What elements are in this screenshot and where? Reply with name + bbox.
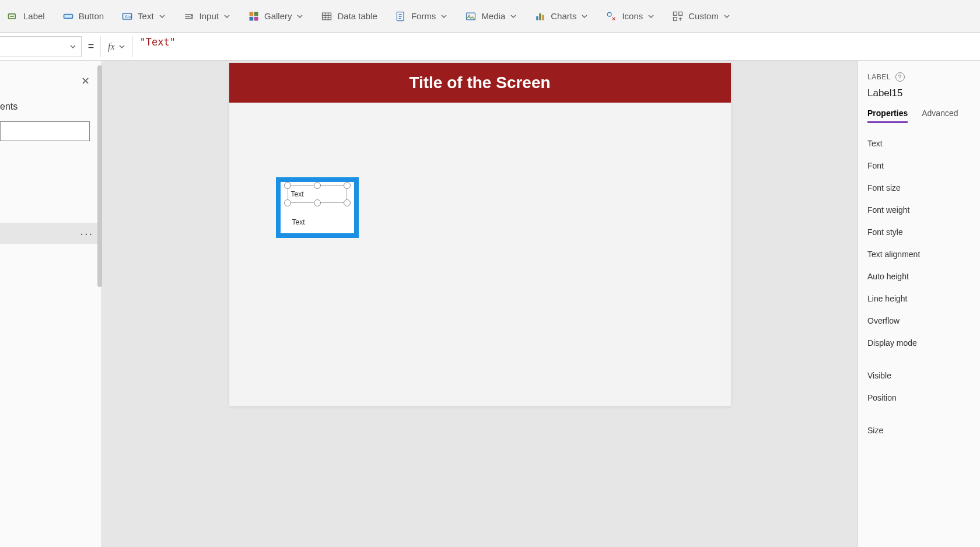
fx-button[interactable]: fx	[100, 36, 133, 57]
media-icon	[465, 10, 477, 22]
chevron-down-icon	[440, 13, 447, 20]
prop-overflow[interactable]: Overflow	[867, 310, 971, 332]
svg-rect-14	[540, 13, 541, 20]
help-icon[interactable]: ?	[895, 72, 905, 82]
prop-text[interactable]: Text	[867, 132, 971, 155]
ribbon-button[interactable]: Button	[60, 7, 106, 26]
ribbon-input[interactable]: Input	[181, 7, 233, 26]
ribbon-text-label: Text	[138, 11, 154, 21]
selected-label-text: Text	[291, 190, 304, 198]
svg-rect-5	[249, 12, 253, 16]
screen-title-text: Title of the Screen	[409, 73, 550, 92]
prop-font-weight[interactable]: Font weight	[867, 199, 971, 221]
prop-size[interactable]: Size	[867, 419, 971, 441]
tree-selected-row[interactable]: ···	[0, 223, 102, 244]
second-label-text: Text	[292, 218, 305, 226]
tab-properties[interactable]: Properties	[867, 108, 908, 123]
properties-tabs: Properties Advanced	[867, 108, 971, 123]
svg-rect-13	[537, 16, 538, 20]
ribbon-media[interactable]: Media	[463, 7, 519, 26]
ribbon-label[interactable]: Label	[5, 7, 47, 26]
chevron-down-icon	[159, 13, 166, 20]
prop-position[interactable]: Position	[867, 387, 971, 409]
prop-display-mode[interactable]: Display mode	[867, 332, 971, 354]
component-container[interactable]: Text Text	[276, 177, 359, 238]
ribbon-datatable[interactable]: Data table	[318, 7, 379, 26]
svg-point-4	[191, 15, 192, 17]
prop-font[interactable]: Font	[867, 155, 971, 177]
svg-rect-9	[323, 13, 331, 20]
chevron-down-icon	[118, 43, 125, 50]
insert-ribbon: Label Button Abc Text Input Gallery Data…	[0, 0, 980, 33]
tab-advanced[interactable]: Advanced	[922, 108, 958, 123]
search-input[interactable]	[0, 121, 90, 141]
prop-text-alignment[interactable]: Text alignment	[867, 243, 971, 265]
custom-icon	[672, 10, 684, 22]
input-icon	[183, 10, 195, 22]
control-name[interactable]: Label15	[867, 87, 971, 99]
svg-rect-7	[249, 16, 253, 20]
prop-line-height[interactable]: Line height	[867, 287, 971, 310]
formula-value: "Text"	[140, 36, 176, 48]
left-panel-heading: ents	[0, 101, 18, 112]
fx-label: fx	[108, 41, 115, 52]
prop-font-size[interactable]: Font size	[867, 177, 971, 199]
ribbon-forms[interactable]: Forms	[393, 7, 450, 26]
datatable-icon	[321, 10, 332, 22]
svg-rect-8	[254, 16, 258, 20]
selected-label-control[interactable]: Text	[289, 185, 346, 203]
ribbon-custom[interactable]: Custom	[670, 7, 733, 26]
ribbon-button-text: Button	[79, 11, 104, 21]
forms-icon	[395, 10, 407, 22]
ribbon-label-text: Label	[23, 11, 45, 21]
svg-rect-18	[679, 12, 682, 15]
chevron-down-icon	[648, 13, 654, 20]
prop-font-style[interactable]: Font style	[867, 221, 971, 243]
ribbon-forms-label: Forms	[411, 11, 436, 21]
svg-point-16	[608, 12, 612, 16]
screen-title-bar[interactable]: Title of the Screen	[229, 63, 731, 103]
ribbon-icons[interactable]: Icons	[603, 7, 657, 26]
control-type-text: LABEL	[867, 73, 891, 81]
ribbon-charts[interactable]: Charts	[532, 7, 590, 26]
second-label-control[interactable]: Text	[292, 218, 305, 226]
formula-input[interactable]: "Text"	[133, 36, 980, 57]
divider	[867, 409, 971, 419]
ribbon-text[interactable]: Abc Text	[119, 7, 168, 26]
button-icon	[62, 10, 74, 22]
icons-icon	[606, 10, 617, 22]
scrollbar[interactable]	[97, 65, 102, 287]
svg-rect-19	[674, 17, 677, 20]
gallery-icon	[248, 10, 260, 22]
svg-text:Abc: Abc	[125, 14, 132, 19]
equals-sign: =	[82, 40, 100, 52]
canvas-area: Title of the Screen Text Text	[102, 61, 858, 547]
properties-panel: LABEL ? Label15 Properties Advanced Text…	[858, 61, 980, 547]
chevron-down-icon	[510, 13, 517, 20]
formula-bar: = fx "Text"	[0, 33, 980, 61]
chevron-down-icon	[723, 13, 730, 20]
ribbon-media-label: Media	[481, 11, 505, 21]
ribbon-gallery[interactable]: Gallery	[246, 7, 306, 26]
more-icon[interactable]: ···	[80, 227, 93, 240]
ribbon-datatable-label: Data table	[337, 11, 377, 21]
properties-list: Text Font Font size Font weight Font sty…	[867, 132, 971, 441]
prop-auto-height[interactable]: Auto height	[867, 265, 971, 287]
svg-rect-15	[542, 15, 544, 20]
close-panel-button[interactable]: ✕	[81, 75, 90, 87]
chevron-down-icon	[223, 13, 230, 20]
screen-canvas[interactable]: Title of the Screen Text Text	[229, 63, 731, 406]
control-type-label: LABEL ?	[867, 72, 971, 82]
divider	[867, 354, 971, 364]
label-icon	[7, 10, 19, 22]
chevron-down-icon	[296, 13, 303, 20]
chevron-down-icon	[581, 13, 588, 20]
property-selector[interactable]	[0, 36, 82, 57]
charts-icon	[534, 10, 546, 22]
left-panel: ✕ ents ···	[0, 61, 102, 547]
prop-visible[interactable]: Visible	[867, 364, 971, 387]
ribbon-charts-label: Charts	[551, 11, 576, 21]
ribbon-gallery-label: Gallery	[264, 11, 292, 21]
svg-rect-17	[674, 12, 677, 15]
chevron-down-icon	[69, 43, 76, 50]
